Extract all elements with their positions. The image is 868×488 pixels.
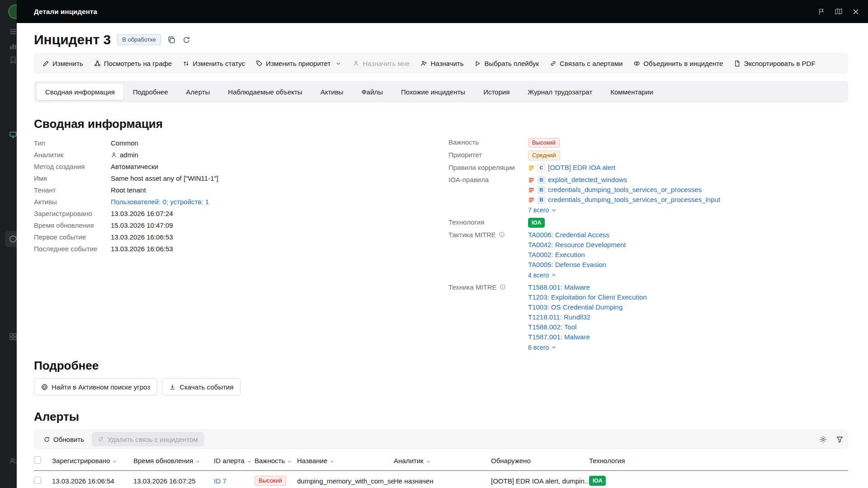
modal-header: Детали инцидента bbox=[17, 0, 868, 23]
tab-similar-incidents[interactable]: Похожие инциденты bbox=[392, 84, 474, 100]
docs-book-icon[interactable] bbox=[835, 8, 843, 16]
row-checkbox[interactable] bbox=[34, 477, 41, 484]
correlation-rule-link[interactable]: [OOTB] EDR IOA alert bbox=[548, 163, 615, 173]
severity-badge: Высокий bbox=[255, 476, 286, 486]
play-icon bbox=[474, 60, 481, 67]
rule-list-icon bbox=[528, 197, 535, 203]
sort-chevron-icon[interactable] bbox=[112, 459, 117, 464]
col-severity[interactable]: Важность bbox=[255, 451, 297, 471]
select-playbook-button[interactable]: Выбрать плейбук bbox=[469, 56, 544, 71]
menu-hamburger-icon[interactable] bbox=[9, 28, 17, 36]
alert-row[interactable]: 13.03.2026 16:06:54 13.03.2026 16:07:25 … bbox=[34, 471, 848, 488]
sort-chevron-icon[interactable] bbox=[247, 459, 252, 464]
alerts-toolbar: Обновить Удалить связь с инцидентом bbox=[34, 429, 848, 449]
ioa-show-all-toggle[interactable]: 7 всего bbox=[528, 205, 557, 215]
col-detected[interactable]: Обнаружено bbox=[491, 451, 589, 471]
mitre-tactic-link[interactable]: TA0042: Resource Development bbox=[528, 241, 626, 249]
summary-right-column: Важность Высокий Приоритет Средний Прави… bbox=[448, 137, 848, 355]
download-icon bbox=[169, 384, 176, 390]
tab-assets[interactable]: Активы bbox=[312, 84, 352, 100]
techniques-collapse-toggle[interactable]: 6 всего bbox=[528, 343, 557, 352]
tab-observables[interactable]: Наблюдаемые объекты bbox=[219, 84, 311, 100]
view-on-graph-button[interactable]: Посмотреть на графе bbox=[89, 56, 177, 71]
col-name[interactable]: Название bbox=[297, 451, 394, 471]
close-icon[interactable] bbox=[852, 8, 860, 16]
sort-chevron-icon[interactable] bbox=[330, 459, 335, 464]
monitoring-icon[interactable] bbox=[9, 131, 17, 139]
merge-icon bbox=[633, 60, 640, 67]
tab-bar: Сводная информация Подробнее Алерты Набл… bbox=[34, 81, 848, 103]
flag-icon[interactable] bbox=[817, 8, 826, 16]
mitre-technique-link[interactable]: T1203: Exploitation for Client Execution bbox=[528, 293, 647, 301]
person-icon bbox=[111, 152, 117, 158]
tab-files[interactable]: Файлы bbox=[353, 84, 392, 100]
app-screen: Детали инцидента Инцидент 3 В обработке bbox=[0, 0, 868, 488]
modal-header-actions bbox=[817, 8, 860, 16]
copy-icon[interactable] bbox=[167, 36, 176, 44]
find-in-threat-hunting-button[interactable]: Найти в Активном поиске угроз bbox=[34, 378, 157, 395]
unlink-icon bbox=[98, 436, 104, 442]
chevron-down-icon bbox=[551, 207, 557, 213]
ioa-rule-link[interactable]: credentials_dumping_tools_services_or_pr… bbox=[548, 185, 702, 195]
filter-funnel-icon[interactable] bbox=[836, 436, 844, 443]
export-pdf-button[interactable]: Экспортировать в PDF bbox=[729, 56, 820, 71]
sort-chevron-icon[interactable] bbox=[195, 459, 200, 464]
info-icon[interactable] bbox=[499, 231, 505, 238]
mitre-technique-link[interactable]: T1588.002: Tool bbox=[528, 323, 576, 331]
alerts-toolbar-right bbox=[819, 436, 844, 443]
change-priority-button[interactable]: Изменить приоритет bbox=[251, 56, 347, 71]
correlation-chip: C bbox=[538, 164, 545, 172]
merge-into-incident-button[interactable]: Объединить в инциденте bbox=[628, 56, 728, 71]
rule-list-icon bbox=[528, 187, 535, 193]
refresh-icon[interactable] bbox=[182, 36, 191, 44]
technology-row: Технология IOA bbox=[448, 217, 848, 228]
col-analyst[interactable]: Аналитик bbox=[394, 451, 491, 471]
dashboard-icon[interactable] bbox=[9, 42, 17, 50]
mitre-tactic-link[interactable]: TA0006: Credential Access bbox=[528, 231, 609, 239]
assign-button[interactable]: Назначить bbox=[415, 56, 468, 71]
mitre-technique-link[interactable]: T1218.011: Rundll32 bbox=[528, 313, 590, 321]
mitre-tactic-link[interactable]: TA0002: Execution bbox=[528, 251, 585, 258]
tab-summary[interactable]: Сводная информация bbox=[37, 84, 123, 100]
col-technology[interactable]: Технология bbox=[589, 451, 848, 471]
ioa-rule-link[interactable]: credentials_dumping_tools_services_or_pr… bbox=[548, 195, 720, 205]
tab-history[interactable]: История bbox=[475, 84, 518, 100]
mitre-technique-link[interactable]: T1588.001: Malware bbox=[528, 283, 590, 291]
mitre-technique-link[interactable]: T1587.001: Malware bbox=[528, 333, 590, 341]
col-updated[interactable]: Время обновления bbox=[133, 451, 214, 471]
edit-button[interactable]: Изменить bbox=[38, 56, 88, 71]
users-icon[interactable] bbox=[9, 457, 17, 465]
rule-list-icon bbox=[528, 177, 535, 183]
sort-chevron-icon[interactable] bbox=[426, 459, 431, 464]
link-with-alerts-button[interactable]: Связать с алертами bbox=[545, 56, 627, 71]
priority-row: Приоритет Средний bbox=[448, 150, 848, 160]
tab-comments[interactable]: Комментарии bbox=[602, 84, 661, 100]
download-events-button[interactable]: Скачать события bbox=[162, 378, 241, 395]
assign-to-me-button[interactable]: Назначить мне bbox=[348, 56, 415, 71]
graph-icon bbox=[94, 60, 101, 67]
tab-alerts[interactable]: Алерты bbox=[178, 84, 219, 100]
alert-id-link[interactable]: ID 7 bbox=[214, 477, 226, 485]
tab-worklog[interactable]: Журнал трудозатрат bbox=[519, 84, 601, 100]
modal-body: Инцидент 3 В обработке Изменить bbox=[17, 23, 868, 488]
mitre-technique-link[interactable]: T1003: OS Credential Dumping bbox=[528, 303, 623, 311]
tag-icon bbox=[256, 60, 263, 67]
alerts-refresh-button[interactable]: Обновить bbox=[38, 432, 89, 447]
change-status-button[interactable]: Изменить статус bbox=[178, 56, 250, 71]
ioa-rule-link[interactable]: exploit_detected_windows bbox=[548, 175, 627, 185]
col-registered[interactable]: Зарегистрировано bbox=[52, 451, 133, 471]
table-settings-gear-icon[interactable] bbox=[819, 436, 827, 443]
tab-details[interactable]: Подробнее bbox=[124, 84, 177, 100]
incident-details-modal: Детали инцидента Инцидент 3 В обработке bbox=[17, 0, 868, 488]
ioa-chip: B bbox=[538, 176, 545, 184]
bookmark-icon[interactable] bbox=[9, 56, 17, 64]
col-alert-id[interactable]: ID алерта bbox=[214, 451, 255, 471]
apps-grid-icon[interactable] bbox=[9, 333, 17, 341]
info-icon[interactable] bbox=[500, 284, 506, 290]
tactics-collapse-toggle[interactable]: 4 всего bbox=[528, 270, 557, 280]
mitre-tactic-link[interactable]: TA0005: Defense Evasion bbox=[528, 261, 606, 268]
unlink-alert-button[interactable]: Удалить связь с инцидентом bbox=[92, 432, 204, 446]
sort-chevron-icon[interactable] bbox=[287, 459, 292, 464]
select-all-checkbox[interactable] bbox=[34, 456, 41, 464]
assets-link[interactable]: Пользователей: 0; устройств: 1 bbox=[111, 196, 209, 208]
